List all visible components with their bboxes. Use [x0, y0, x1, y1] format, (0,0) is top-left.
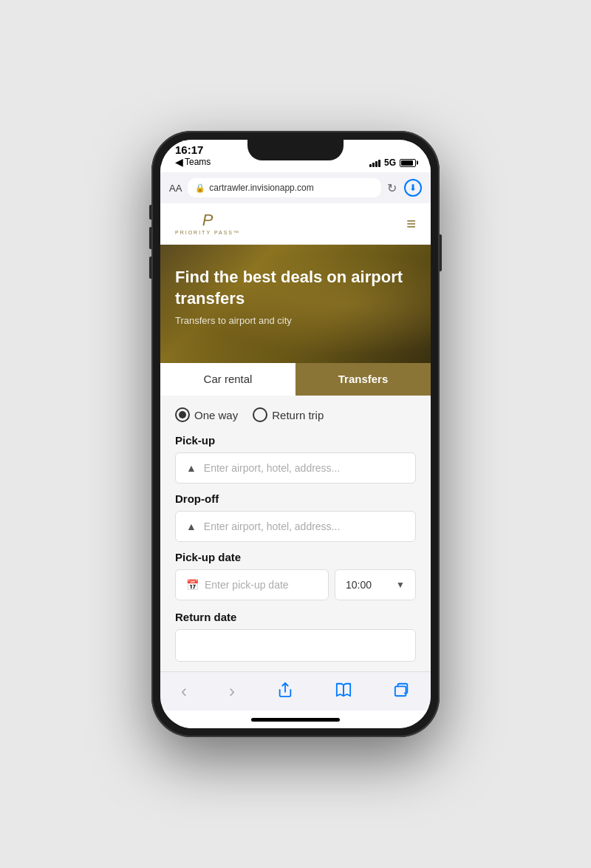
dropoff-input[interactable]: ▲ Enter airport, hotel, address... [175, 511, 416, 542]
date-time-row: 📅 Enter pick-up date 10:00 ▼ [175, 569, 416, 600]
back-label: Teams [185, 157, 211, 167]
pickup-label: Pick-up [175, 434, 416, 447]
location-icon: ▲ [186, 462, 197, 474]
return-trip-radio[interactable] [253, 407, 267, 422]
lock-icon: 🔒 [195, 183, 205, 193]
hero-section: Find the best deals on airport transfers… [160, 245, 431, 363]
return-date-input[interactable] [175, 629, 416, 662]
return-trip-option[interactable]: Return trip [253, 407, 324, 422]
back-arrow-icon: ◀ [175, 156, 183, 168]
dropoff-label: Drop-off [175, 492, 416, 505]
app-header: P PRIORITY PASS™ ≡ [160, 203, 431, 245]
bottom-toolbar: ‹ › [160, 671, 431, 711]
pickup-placeholder: Enter airport, hotel, address... [204, 462, 340, 474]
browser-url: cartrawler.invisionapp.com [209, 183, 374, 193]
browser-bar: AA 🔒 cartrawler.invisionapp.com ↻ ⬇ [160, 172, 431, 203]
5g-label: 5G [384, 157, 396, 168]
hamburger-menu[interactable]: ≡ [406, 216, 416, 232]
one-way-radio[interactable] [175, 407, 190, 422]
form-section: One way Return trip Pick-up ▲ Enter airp… [160, 396, 431, 671]
time-value: 10:00 [346, 579, 372, 591]
logo-p: P [202, 212, 213, 228]
notch [247, 140, 344, 160]
pickup-time-select[interactable]: 10:00 ▼ [335, 569, 416, 600]
battery-icon [400, 159, 416, 167]
one-way-option[interactable]: One way [175, 407, 238, 422]
trip-type-options: One way Return trip [175, 407, 416, 422]
status-time: 16:17 [175, 143, 203, 156]
return-date-label: Return date [175, 611, 416, 623]
logo: P PRIORITY PASS™ [175, 212, 240, 235]
home-indicator [160, 711, 431, 728]
hero-subtitle: Transfers to airport and city [175, 315, 416, 326]
screen-content: P PRIORITY PASS™ ≡ Find the best deals o… [160, 203, 431, 671]
share-button[interactable] [271, 679, 299, 705]
pickup-date-input[interactable]: 📅 Enter pick-up date [175, 569, 329, 600]
browser-url-bar[interactable]: 🔒 cartrawler.invisionapp.com [188, 178, 381, 197]
browser-aa[interactable]: AA [169, 183, 182, 194]
hero-title: Find the best deals on airport transfers [175, 267, 416, 309]
svg-rect-1 [395, 686, 406, 696]
dropoff-placeholder: Enter airport, hotel, address... [204, 521, 340, 532]
tab-bar: Car rental Transfers [160, 362, 431, 396]
pickup-date-placeholder: Enter pick-up date [205, 579, 289, 591]
one-way-label: One way [194, 409, 238, 421]
browser-icons: ↻ ⬇ [387, 179, 422, 197]
bookmarks-button[interactable] [329, 679, 358, 705]
pickup-date-label: Pick-up date [175, 551, 416, 563]
back-nav[interactable]: ◀ Teams [175, 156, 211, 168]
signal-bars [369, 158, 380, 167]
download-icon[interactable]: ⬇ [404, 179, 422, 197]
forward-button[interactable]: › [223, 678, 241, 705]
return-trip-label: Return trip [272, 409, 324, 421]
logo-text: PRIORITY PASS™ [175, 230, 240, 235]
tab-transfers[interactable]: Transfers [296, 362, 431, 396]
status-right-icons: 5G [369, 157, 416, 168]
home-bar [251, 718, 340, 722]
back-button[interactable]: ‹ [175, 678, 193, 705]
tab-car-rental[interactable]: Car rental [160, 362, 296, 396]
dropoff-location-icon: ▲ [186, 521, 197, 532]
chevron-down-icon: ▼ [396, 580, 405, 590]
reload-icon[interactable]: ↻ [387, 181, 397, 195]
calendar-icon: 📅 [186, 579, 199, 591]
tabs-button[interactable] [388, 679, 416, 705]
pickup-input[interactable]: ▲ Enter airport, hotel, address... [175, 452, 416, 484]
